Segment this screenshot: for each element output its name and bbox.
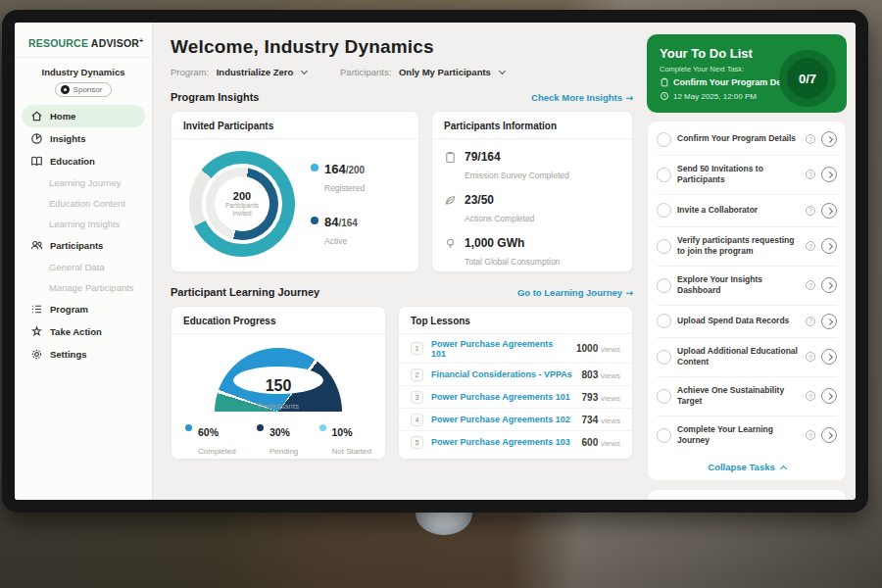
sidebar-item-label: Participants: [50, 240, 103, 251]
recent-news-title: Recent News: [660, 499, 834, 500]
task-row: Verify participants requesting to join t…: [657, 227, 837, 267]
book-icon: [30, 155, 43, 168]
sidebar-item-education-content[interactable]: Education Content: [15, 193, 152, 214]
task-checkbox[interactable]: [657, 278, 671, 293]
lesson-row: 2 Financial Considerations - VPPAs 803 v…: [399, 364, 632, 386]
lesson-views: 600 views: [582, 437, 620, 448]
task-checkbox[interactable]: [657, 428, 671, 443]
go-to-learning-journey-link[interactable]: Go to Learning Journey→: [517, 287, 633, 298]
task-go-button[interactable]: [821, 167, 837, 182]
sidebar-item-settings[interactable]: Settings: [15, 343, 152, 366]
card-title: Participants Information: [432, 112, 632, 139]
sidebar-item-home[interactable]: Home: [22, 105, 145, 127]
task-go-button[interactable]: [821, 131, 837, 147]
help-icon[interactable]: ?: [806, 280, 815, 290]
task-row: Send 50 Invitations to Participants ?: [657, 156, 837, 195]
task-checkbox[interactable]: [657, 239, 671, 254]
task-checkbox[interactable]: [657, 132, 671, 147]
sidebar-item-label: Education: [50, 156, 95, 167]
lesson-link[interactable]: Power Purchase Agreements 103: [431, 437, 574, 447]
legend-completed: 60% Completed: [185, 422, 236, 458]
invited-donut-chart: 200 Participants Invited: [189, 151, 295, 257]
sidebar-item-general-data[interactable]: General Data: [15, 257, 152, 277]
task-go-button[interactable]: [821, 388, 837, 404]
lesson-rank: 2: [411, 368, 423, 381]
task-go-button[interactable]: [821, 238, 837, 254]
participants-information-card: Participants Information 79/164 Emission…: [431, 111, 633, 272]
stat-emission-survey: 79/164 Emission Survey Completed: [444, 147, 618, 182]
insights-cards-row: Invited Participants 200 Participants In…: [171, 111, 633, 272]
bulb-icon: [444, 236, 457, 249]
card-title: Top Lessons: [399, 307, 632, 334]
help-icon[interactable]: ?: [806, 317, 815, 326]
lesson-link[interactable]: Power Purchase Agreements 102: [431, 415, 574, 424]
task-checkbox[interactable]: [657, 389, 671, 404]
legend-dot: [257, 424, 264, 431]
sponsor-badge[interactable]: Sponsor: [55, 82, 113, 97]
section-heading: Participant Learning Journey: [171, 286, 319, 298]
program-filter[interactable]: Program: Industrialize Zero: [171, 67, 307, 77]
task-checkbox[interactable]: [657, 350, 671, 365]
help-icon[interactable]: ?: [806, 206, 815, 216]
top-lessons-card: Top Lessons 1 Power Purchase Agreements …: [398, 306, 633, 460]
lesson-link[interactable]: Power Purchase Agreements 101: [431, 339, 568, 359]
help-icon[interactable]: ?: [806, 241, 815, 251]
sidebar-item-learning-insights[interactable]: Learning Insights: [15, 214, 152, 234]
sidebar-item-program[interactable]: Program: [15, 298, 152, 320]
invited-legend: 164/200 Registered 84/164 Active: [311, 160, 365, 248]
chevron-down-icon: [499, 68, 506, 74]
check-more-insights-link[interactable]: Check More Insights→: [531, 92, 633, 103]
task-checkbox[interactable]: [657, 314, 671, 328]
arrow-right-icon: →: [625, 92, 633, 103]
gauge-center-label: 150 Participants: [215, 377, 342, 413]
lesson-views: 734 views: [582, 415, 620, 425]
task-row: Invite a Collaborator ?: [657, 195, 837, 227]
participants-filter[interactable]: Participants: Only My Participants: [340, 67, 505, 77]
sidebar-item-insights[interactable]: Insights: [15, 127, 152, 150]
task-go-button[interactable]: [821, 427, 837, 443]
clipboard-icon: [444, 150, 457, 163]
task-checkbox[interactable]: [657, 168, 671, 182]
task-row: Confirm Your Program Details ?: [657, 123, 837, 156]
lesson-rank: 5: [411, 436, 423, 449]
task-go-button[interactable]: [821, 203, 837, 219]
sidebar-item-manage-participants[interactable]: Manage Participants: [15, 277, 152, 298]
task-go-button[interactable]: [821, 314, 837, 329]
page-title: Welcome, Industry Dynamics: [171, 36, 633, 58]
legend-registered: 164/200 Registered: [311, 160, 365, 195]
lesson-row: 5 Power Purchase Agreements 103 600 view…: [399, 431, 632, 453]
card-title: Education Progress: [172, 307, 385, 334]
help-icon[interactable]: ?: [806, 134, 815, 144]
sidebar-item-take-action[interactable]: Take Action: [15, 320, 152, 343]
chevron-down-icon: [301, 68, 308, 74]
lesson-rank: 3: [411, 391, 423, 404]
lesson-rank: 4: [411, 414, 423, 426]
app-logo[interactable]: RESOURCE ADVISOR+: [15, 32, 152, 58]
program-filter-value: Industrialize Zero: [217, 67, 294, 77]
card-title: Invited Participants: [172, 112, 418, 139]
sidebar-program-name: Industry Dynamics: [15, 67, 152, 77]
todo-panel: Your To Do List Complete Your Next Task:…: [647, 23, 856, 500]
help-icon[interactable]: ?: [806, 170, 815, 179]
legend-dot: [185, 424, 192, 431]
sidebar-item-education[interactable]: Education: [15, 150, 152, 172]
lesson-row: 4 Power Purchase Agreements 102 734 view…: [399, 409, 632, 431]
lesson-link[interactable]: Power Purchase Agreements 101: [431, 392, 574, 402]
arrow-right-icon: →: [625, 287, 633, 298]
sidebar-nav: Home Insights Education Learning Journey…: [15, 105, 152, 366]
lesson-views: 793 views: [582, 392, 620, 403]
task-go-button[interactable]: [821, 349, 837, 365]
stat-global-consumption: 1,000 GWh Total Global Consumption: [444, 233, 618, 269]
legend-dot: [311, 217, 318, 224]
task-row: Achieve One Sustainability Target ?: [657, 377, 837, 416]
collapse-tasks-link[interactable]: Collapse Tasks: [657, 455, 837, 478]
task-checkbox[interactable]: [657, 203, 671, 218]
task-go-button[interactable]: [821, 277, 837, 293]
help-icon[interactable]: ?: [806, 391, 815, 401]
sidebar-item-participants[interactable]: Participants: [15, 234, 152, 257]
help-icon[interactable]: ?: [806, 352, 815, 362]
lesson-link[interactable]: Financial Considerations - VPPAs: [431, 369, 574, 379]
sidebar-item-learning-journey[interactable]: Learning Journey: [15, 172, 152, 193]
task-row: Complete Your Learning Journey ?: [657, 416, 837, 455]
help-icon[interactable]: ?: [806, 430, 815, 440]
